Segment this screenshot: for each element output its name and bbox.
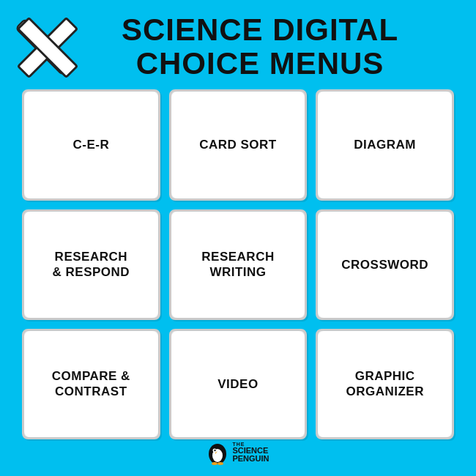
cell-label-crossword: CROSSWORD xyxy=(341,257,428,272)
grid-cell-graphic-organizer[interactable]: GRAPHIC ORGANIZER xyxy=(316,329,454,439)
cross-icon xyxy=(9,9,82,82)
choice-grid: C-E-RCARD SORTDIAGRAMRESEARCH & RESPONDR… xyxy=(15,89,461,439)
cell-label-graphic-organizer: GRAPHIC ORGANIZER xyxy=(346,368,424,400)
main-container: SCIENCE DIGITAL CHOICE MENUS C-E-RCARD S… xyxy=(0,0,476,476)
cell-label-diagram: DIAGRAM xyxy=(354,137,416,152)
svg-rect-1 xyxy=(16,19,72,75)
logo-text-sub: PENGUIN xyxy=(232,455,269,463)
logo-text: THE SCIENCE PENGUIN xyxy=(232,442,269,463)
grid-cell-research-writing[interactable]: RESEARCH WRITING xyxy=(169,209,308,320)
grid-cell-cer[interactable]: C-E-R xyxy=(22,89,160,200)
svg-rect-0 xyxy=(19,19,75,75)
penguin-svg xyxy=(207,439,228,466)
cell-label-research-writing: RESEARCH WRITING xyxy=(201,249,274,280)
cell-label-research-respond: RESEARCH & RESPOND xyxy=(53,249,130,280)
cell-label-compare-contrast: COMPARE & CONTRAST xyxy=(52,368,130,400)
grid-cell-card-sort[interactable]: CARD SORT xyxy=(169,89,308,200)
grid-cell-diagram[interactable]: DIAGRAM xyxy=(316,89,454,200)
grid-cell-compare-contrast[interactable]: COMPARE & CONTRAST xyxy=(22,329,160,439)
svg-point-5 xyxy=(215,449,216,450)
cell-label-cer: C-E-R xyxy=(72,137,109,152)
grid-cell-research-respond[interactable]: RESEARCH & RESPOND xyxy=(22,209,160,320)
grid-cell-video[interactable]: VIDEO xyxy=(169,329,308,439)
header-line1: SCIENCE DIGITAL xyxy=(122,13,398,47)
cell-label-video: VIDEO xyxy=(217,376,258,392)
svg-point-7 xyxy=(212,462,217,465)
header-line2: CHOICE MENUS xyxy=(122,47,398,81)
header: SCIENCE DIGITAL CHOICE MENUS xyxy=(122,13,398,81)
svg-point-8 xyxy=(217,462,223,465)
footer: THE SCIENCE PENGUIN xyxy=(207,439,269,465)
penguin-logo: THE SCIENCE PENGUIN xyxy=(207,439,269,466)
grid-cell-crossword[interactable]: CROSSWORD xyxy=(316,209,454,320)
cell-label-card-sort: CARD SORT xyxy=(199,137,277,152)
